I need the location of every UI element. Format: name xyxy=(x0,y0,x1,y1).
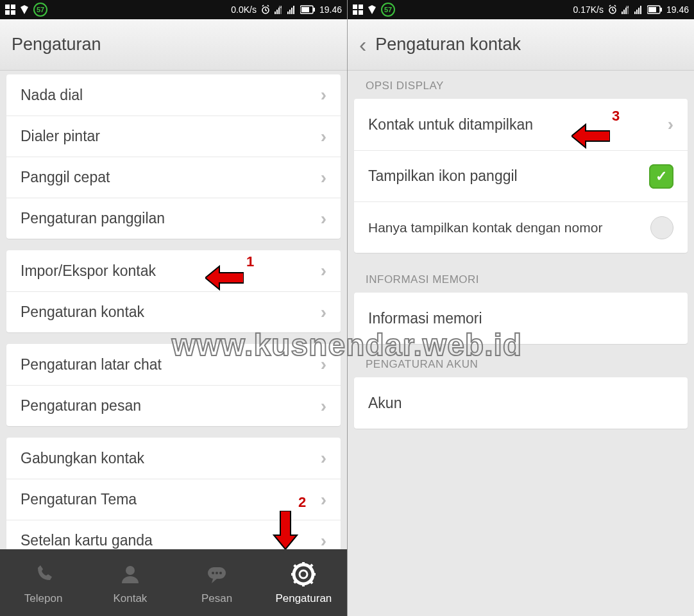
checkbox-on[interactable]: ✓ xyxy=(649,164,673,189)
signal2-icon xyxy=(287,5,296,14)
row-label: Impor/Ekspor kontak xyxy=(21,262,156,280)
svg-rect-24 xyxy=(302,562,305,566)
svg-rect-27 xyxy=(312,573,316,576)
titlebar-left: Pengaturan xyxy=(0,19,347,71)
row-label: Gabungkan kontak xyxy=(21,450,144,467)
titlebar-right: ‹ Pengaturan kontak xyxy=(348,19,694,71)
annotation-arrow-3 xyxy=(571,123,610,151)
row-label: Pengaturan latar chat xyxy=(21,356,162,373)
nav-pengaturan[interactable]: Pengaturan xyxy=(260,549,347,616)
chevron-right-icon: › xyxy=(321,126,326,147)
nav-label: Pengaturan xyxy=(275,592,332,605)
nav-telepon[interactable]: Telepon xyxy=(0,549,87,616)
svg-rect-32 xyxy=(353,4,357,9)
alarm-icon xyxy=(607,4,618,15)
settings-list: Nada dial› Dialer pintar› Panggil cepat›… xyxy=(0,71,347,549)
battery-saver-badge: 57 xyxy=(33,3,47,17)
svg-rect-37 xyxy=(622,12,623,14)
network-speed: 0.0K/s xyxy=(231,4,257,15)
chevron-right-icon: › xyxy=(321,85,326,105)
person-icon xyxy=(116,560,144,588)
battery-saver-badge: 57 xyxy=(381,3,395,17)
nav-kontak[interactable]: Kontak xyxy=(87,549,173,616)
svg-rect-5 xyxy=(275,12,276,14)
status-bar: 57 0.17K/s H 19.46 xyxy=(348,0,694,19)
row-label: Tampilkan ikon panggil xyxy=(368,167,518,185)
svg-rect-16 xyxy=(313,8,315,12)
chevron-right-icon: › xyxy=(321,354,326,375)
nav-pesan[interactable]: Pesan xyxy=(174,549,260,616)
checkbox-off[interactable] xyxy=(650,216,673,239)
svg-rect-47 xyxy=(648,7,656,12)
right-screen: 57 0.17K/s H 19.46 ‹ Pengaturan kontak O… xyxy=(347,0,694,616)
row-label: Setelan kartu ganda xyxy=(21,532,153,549)
signal1-icon: H xyxy=(622,5,631,14)
chevron-right-icon: › xyxy=(321,167,326,188)
chevron-right-icon: › xyxy=(321,302,326,323)
row-akun[interactable]: Akun xyxy=(354,377,688,429)
svg-rect-2 xyxy=(5,10,10,15)
bbm-icon xyxy=(353,4,363,15)
svg-rect-13 xyxy=(293,6,294,14)
svg-rect-43 xyxy=(636,10,638,14)
battery-icon xyxy=(300,5,316,14)
svg-rect-1 xyxy=(11,4,15,9)
row-label: Akun xyxy=(368,395,402,412)
section-header-memori: INFORMASI MEMORI xyxy=(354,264,688,293)
svg-text:H: H xyxy=(279,5,282,9)
clock-time: 19.46 xyxy=(666,4,689,15)
row-impor-ekspor[interactable]: Impor/Ekspor kontak› xyxy=(6,250,341,291)
left-screen: 57 0.0K/s H 19.46 Pengaturan Nada dial› … xyxy=(0,0,347,616)
svg-point-23 xyxy=(300,570,307,578)
svg-rect-15 xyxy=(301,7,309,12)
row-gabungkan-kontak[interactable]: Gabungkan kontak› xyxy=(6,438,341,479)
network-speed: 0.17K/s xyxy=(573,4,603,15)
row-dialer-pintar[interactable]: Dialer pintar› xyxy=(6,116,341,157)
chevron-right-icon: › xyxy=(321,531,326,550)
row-pengaturan-pesan[interactable]: Pengaturan pesan› xyxy=(6,385,341,426)
svg-rect-33 xyxy=(359,4,363,9)
page-title: Pengaturan kontak xyxy=(375,35,521,55)
section-header-akun: PENGATURAN AKUN xyxy=(354,355,688,377)
svg-rect-45 xyxy=(640,6,641,14)
row-ikon-panggil[interactable]: Tampilkan ikon panggil ✓ xyxy=(354,150,688,201)
nav-label: Kontak xyxy=(113,592,147,605)
row-label: Pengaturan kontak xyxy=(21,304,144,321)
chevron-right-icon: › xyxy=(321,261,326,281)
message-icon xyxy=(203,560,231,588)
row-hanya-nomor[interactable]: Hanya tampilkan kontak dengan nomor xyxy=(354,201,688,253)
contact-settings-content: OPSI DISPLAY Kontak untuk ditampilkan › … xyxy=(348,71,694,616)
chevron-right-icon: › xyxy=(321,448,326,468)
svg-rect-26 xyxy=(291,573,295,576)
svg-rect-6 xyxy=(276,10,278,14)
svg-point-20 xyxy=(216,572,218,574)
svg-rect-35 xyxy=(359,10,363,15)
row-pengaturan-kontak[interactable]: Pengaturan kontak› xyxy=(6,291,341,332)
nav-label: Pesan xyxy=(201,592,232,605)
row-nada-dial[interactable]: Nada dial› xyxy=(6,74,341,116)
row-label: Informasi memori xyxy=(368,310,482,327)
row-kontak-tampil[interactable]: Kontak untuk ditampilkan › xyxy=(354,99,688,150)
row-panggil-cepat[interactable]: Panggil cepat› xyxy=(6,157,341,198)
row-info-memori[interactable]: Informasi memori xyxy=(354,293,688,344)
row-label: Pengaturan Tema xyxy=(21,491,137,508)
svg-rect-44 xyxy=(638,8,639,14)
svg-rect-12 xyxy=(291,8,292,14)
signal1-icon: H xyxy=(275,5,284,14)
row-label: Pengaturan panggilan xyxy=(21,210,165,227)
svg-rect-38 xyxy=(623,10,625,14)
svg-point-19 xyxy=(212,572,214,574)
row-pengaturan-panggilan[interactable]: Pengaturan panggilan› xyxy=(6,198,341,239)
chevron-right-icon: › xyxy=(668,114,673,135)
row-label: Hanya tampilkan kontak dengan nomor xyxy=(368,220,602,235)
shield-icon xyxy=(19,4,30,15)
gear-icon xyxy=(289,560,317,588)
row-latar-chat[interactable]: Pengaturan latar chat› xyxy=(6,344,341,385)
check-icon: ✓ xyxy=(649,164,673,189)
back-button[interactable]: ‹ xyxy=(359,32,366,57)
chevron-right-icon: › xyxy=(321,490,326,510)
bbm-icon xyxy=(5,4,15,15)
annotation-number-3: 3 xyxy=(612,108,620,124)
annotation-arrow-1 xyxy=(205,265,244,293)
svg-rect-0 xyxy=(5,4,10,9)
